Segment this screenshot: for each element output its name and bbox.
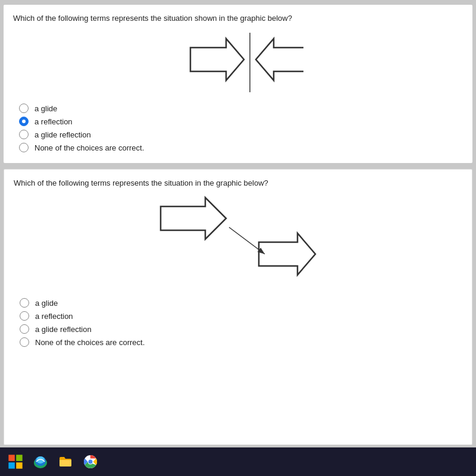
option-q2-b-label: a reflection xyxy=(35,312,73,321)
option-row[interactable]: None of the choices are correct. xyxy=(19,143,463,152)
option-q1-d-label: None of the choices are correct. xyxy=(35,143,144,152)
question-2-graphic xyxy=(14,195,462,290)
option-q2-c-label: a glide reflection xyxy=(35,325,92,334)
question-2-svg xyxy=(155,195,321,290)
question-1-graphic xyxy=(13,30,463,95)
radio-q2-c[interactable] xyxy=(20,324,29,334)
option-q2-d-label: None of the choices are correct. xyxy=(35,338,145,347)
windows-icon[interactable] xyxy=(5,451,26,472)
option-row[interactable]: a reflection xyxy=(20,311,462,321)
option-row[interactable]: a glide xyxy=(20,298,462,308)
svg-marker-2 xyxy=(256,39,303,80)
option-row[interactable]: a reflection xyxy=(19,117,463,126)
question-2-card: Which of the following terms represents … xyxy=(4,169,472,445)
svg-rect-10 xyxy=(16,462,22,469)
taskbar xyxy=(0,447,476,476)
option-q1-a-label: a glide xyxy=(35,104,57,113)
svg-rect-8 xyxy=(16,455,22,461)
radio-q1-d[interactable] xyxy=(19,143,29,152)
option-q2-a-label: a glide xyxy=(35,299,58,308)
question-1-options: a glide a reflection a glide reflection … xyxy=(19,104,463,152)
question-1-text: Which of the following terms represents … xyxy=(13,13,463,24)
svg-rect-7 xyxy=(8,455,14,461)
question-1-card: Which of the following terms represents … xyxy=(4,5,472,163)
option-q1-b-label: a reflection xyxy=(35,117,73,126)
option-row[interactable]: a glide reflection xyxy=(20,324,462,334)
edge-icon[interactable] xyxy=(30,451,51,472)
svg-rect-9 xyxy=(8,462,14,469)
question-1-svg xyxy=(173,30,303,95)
option-q1-c-label: a glide reflection xyxy=(35,130,91,139)
radio-q1-b[interactable] xyxy=(19,117,29,126)
radio-q2-d[interactable] xyxy=(20,337,29,347)
question-2-text: Which of the following terms represents … xyxy=(14,178,462,189)
content-area: Which of the following terms represents … xyxy=(0,0,476,447)
option-row[interactable]: None of the choices are correct. xyxy=(20,337,462,347)
radio-q1-a[interactable] xyxy=(19,104,29,113)
svg-point-13 xyxy=(36,456,45,464)
radio-q2-b[interactable] xyxy=(20,311,29,321)
radio-q1-c[interactable] xyxy=(19,130,29,139)
folder-icon[interactable] xyxy=(55,451,76,472)
radio-q2-a[interactable] xyxy=(20,298,29,308)
option-row[interactable]: a glide reflection xyxy=(19,130,463,139)
svg-marker-0 xyxy=(190,39,244,80)
option-row[interactable]: a glide xyxy=(19,104,463,113)
svg-point-16 xyxy=(89,460,93,464)
svg-marker-6 xyxy=(259,233,315,275)
svg-marker-3 xyxy=(161,198,226,239)
question-2-options: a glide a reflection a glide reflection … xyxy=(20,298,462,347)
chrome-icon[interactable] xyxy=(80,451,101,472)
